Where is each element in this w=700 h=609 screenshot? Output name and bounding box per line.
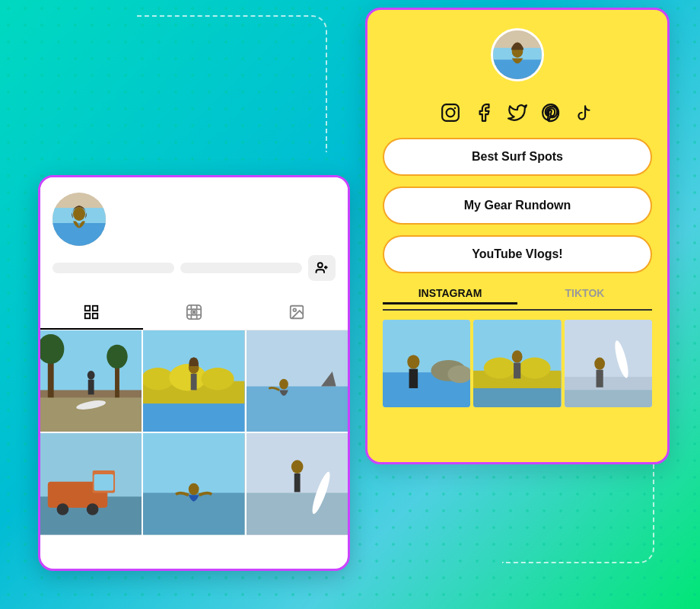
facebook-icon[interactable] <box>474 103 494 127</box>
ig-profile-section <box>40 177 348 290</box>
tab-grid[interactable] <box>40 296 143 330</box>
tab-instagram[interactable]: INSTAGRAM <box>383 287 517 304</box>
svg-point-3 <box>73 207 85 221</box>
svg-point-42 <box>279 379 288 390</box>
grid-item-5[interactable] <box>143 433 244 534</box>
svg-rect-41 <box>247 387 348 432</box>
grid-item-2[interactable] <box>143 330 244 432</box>
svg-rect-82 <box>596 370 603 387</box>
ig-tabs <box>40 296 348 330</box>
svg-rect-77 <box>514 363 520 379</box>
avatar <box>52 193 106 246</box>
svg-rect-80 <box>565 377 652 390</box>
svg-rect-62 <box>442 104 459 121</box>
lt-social-icons <box>441 103 594 127</box>
svg-rect-9 <box>85 314 90 318</box>
link-my-gear-rundown[interactable]: My Gear Rundown <box>383 187 652 225</box>
svg-rect-39 <box>191 374 197 391</box>
instagram-icon[interactable] <box>441 103 460 127</box>
svg-rect-30 <box>88 380 94 395</box>
svg-point-36 <box>170 364 207 391</box>
linktree-card: Best Surf Spots My Gear Rundown YouTube … <box>365 8 670 464</box>
link-best-surf-spots[interactable]: Best Surf Spots <box>383 138 652 176</box>
ig-action-buttons <box>52 255 336 281</box>
svg-point-76 <box>512 350 523 362</box>
svg-point-47 <box>57 503 69 515</box>
tab-tagged[interactable] <box>245 296 348 330</box>
link-youtube-vlogs[interactable]: YouTube Vlogs! <box>383 235 652 273</box>
lt-avatar <box>491 28 544 81</box>
grid-item-1[interactable] <box>40 330 142 432</box>
twitter-icon[interactable] <box>508 103 527 127</box>
svg-rect-56 <box>294 473 300 493</box>
svg-point-13 <box>193 311 196 314</box>
svg-rect-49 <box>94 474 113 491</box>
lt-photo-1[interactable] <box>383 320 470 407</box>
message-button[interactable] <box>180 263 302 273</box>
tab-reels[interactable] <box>143 296 246 330</box>
svg-point-37 <box>202 368 234 390</box>
svg-point-74 <box>484 358 516 379</box>
grid-item-4[interactable] <box>40 433 142 534</box>
grid-item-3[interactable] <box>247 330 348 432</box>
tiktok-icon[interactable] <box>574 103 594 127</box>
svg-point-63 <box>447 109 455 117</box>
svg-point-28 <box>107 345 127 368</box>
decorative-dashed-line-top <box>137 15 327 152</box>
lt-tabs: INSTAGRAM TIKTOK <box>383 287 652 311</box>
svg-point-52 <box>189 483 199 496</box>
following-button[interactable] <box>52 263 174 273</box>
svg-point-81 <box>594 358 605 370</box>
svg-point-75 <box>519 358 551 379</box>
instagram-card <box>38 175 350 571</box>
grid-item-6[interactable] <box>247 433 348 534</box>
svg-point-55 <box>291 461 303 474</box>
svg-point-48 <box>87 503 99 515</box>
svg-rect-10 <box>93 314 97 318</box>
svg-rect-68 <box>409 369 418 388</box>
svg-rect-7 <box>85 306 90 311</box>
lt-photo-2[interactable] <box>473 320 561 407</box>
ig-stats-row <box>52 193 336 246</box>
svg-point-4 <box>318 263 323 267</box>
pinterest-icon[interactable] <box>541 103 561 127</box>
add-person-button[interactable] <box>308 255 336 281</box>
svg-point-29 <box>88 371 95 380</box>
ig-photo-grid <box>40 330 348 535</box>
svg-rect-54 <box>247 493 348 535</box>
svg-point-64 <box>454 107 457 110</box>
svg-point-67 <box>407 355 419 368</box>
svg-rect-8 <box>93 306 97 311</box>
svg-rect-2 <box>52 223 106 246</box>
tab-tiktok[interactable]: TIKTOK <box>517 287 652 304</box>
lt-photo-3[interactable] <box>565 320 652 407</box>
svg-point-21 <box>293 308 296 311</box>
lt-photos <box>383 320 652 407</box>
